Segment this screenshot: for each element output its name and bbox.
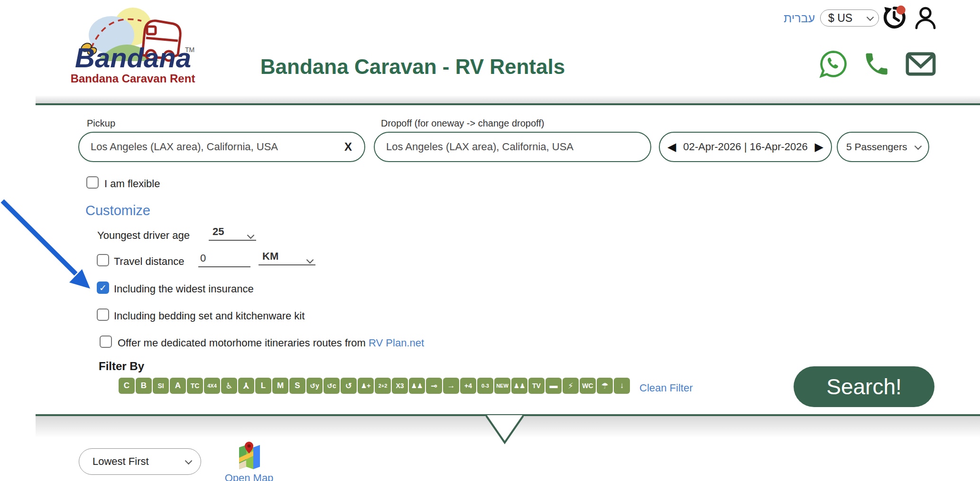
chevron-down-icon — [915, 142, 922, 150]
svg-text:Bandana: Bandana — [75, 42, 191, 73]
chevron-down-icon — [867, 13, 874, 21]
page: Bandana TM Bandana Caravan Rent Bandana … — [0, 0, 980, 481]
insurance-checkbox[interactable]: ✓ — [97, 281, 109, 294]
sort-value: Lowest First — [92, 455, 149, 468]
new-vehicle-icon[interactable]: NEW — [494, 378, 510, 394]
distance-unit-value: KM — [262, 250, 278, 263]
currency-select[interactable]: $ US — [820, 9, 879, 27]
wc-icon[interactable]: WC — [580, 378, 596, 394]
filter-icons-row: CBSIATC4X4♿⅄LMS↺y↺c↺♟+2+2X3♟♟⊸→+40-3NEW♟… — [119, 378, 630, 394]
wheelchair-accessible-icon[interactable]: ♿ — [221, 378, 237, 394]
filter-by-label: Filter By — [99, 360, 144, 373]
dropoff-label: Dropoff (for oneway -> change dropoff) — [381, 118, 544, 129]
divider-notch — [486, 414, 524, 445]
shower-icon[interactable]: ☂ — [597, 378, 613, 394]
four-wheel-drive-icon[interactable]: 4X4 — [204, 378, 220, 394]
driver-age-value: 25 — [213, 226, 224, 238]
flexible-checkbox[interactable] — [86, 176, 99, 189]
drop-bed-icon[interactable]: ↓ — [614, 378, 630, 394]
annotation-arrow-icon — [0, 197, 97, 294]
extra-driver-icon[interactable]: ♟+ — [358, 378, 374, 394]
map-icon — [236, 441, 262, 469]
family-plus-icon[interactable]: ♟♟ — [409, 378, 425, 394]
search-button[interactable]: Search! — [794, 366, 934, 407]
sort-select[interactable]: Lowest First — [79, 448, 201, 475]
pickup-label: Pickup — [87, 118, 115, 129]
itineraries-label: Offer me dedicated motorhome itineraries… — [118, 337, 424, 349]
van-size-medium-icon[interactable]: M — [272, 378, 288, 394]
van-size-large-icon[interactable]: L — [255, 378, 271, 394]
page-title: Bandana Caravan - RV Rentals — [199, 55, 626, 79]
passengers-value: 5 Passengers — [846, 141, 907, 153]
rotate-c-icon[interactable]: ↺c — [324, 378, 340, 394]
seats-2plus2-icon[interactable]: 2+2 — [375, 378, 391, 394]
tv-icon[interactable]: TV — [528, 378, 545, 394]
rotate-icon[interactable]: ↺ — [341, 378, 357, 394]
header-divider-line — [36, 103, 980, 105]
chevron-down-icon — [247, 232, 255, 239]
language-link[interactable]: עברית — [784, 11, 815, 25]
rv-class-si-icon[interactable]: SI — [153, 378, 169, 394]
logo-art: Bandana TM — [71, 2, 194, 73]
child-seat-0-3-icon[interactable]: 0-3 — [477, 378, 493, 394]
itineraries-text: Offer me dedicated motorhome itineraries… — [118, 337, 366, 349]
bed-icon[interactable]: ▬ — [545, 378, 562, 394]
rv-class-b-icon[interactable]: B — [136, 378, 152, 394]
pickup-input[interactable] — [91, 141, 342, 153]
logo-subtitle: Bandana Caravan Rent — [66, 72, 199, 85]
clean-filter-link[interactable]: Clean Filter — [639, 382, 693, 394]
rv-class-a-icon[interactable]: A — [170, 378, 186, 394]
van-size-small-icon[interactable]: S — [289, 378, 305, 394]
logo[interactable]: Bandana TM Bandana Caravan Rent — [66, 2, 199, 85]
automatic-transmission-icon[interactable]: ⅄ — [238, 378, 254, 394]
seats-x3-icon[interactable]: X3 — [392, 378, 408, 394]
header-divider-band — [36, 96, 980, 103]
travel-distance-label: Travel distance — [114, 255, 184, 268]
dropoff-field[interactable] — [374, 132, 651, 162]
user-icon[interactable] — [913, 5, 938, 32]
prev-dates-icon[interactable]: ◀ — [667, 141, 676, 153]
van-slideout-icon[interactable]: → — [443, 378, 459, 394]
date-range-value: 02-Apr-2026 | 16-Apr-2026 — [683, 141, 808, 153]
flexible-label: I am flexible — [104, 178, 160, 190]
driver-age-select[interactable]: 25 — [209, 226, 256, 241]
next-dates-icon[interactable]: ▶ — [815, 141, 823, 153]
date-range-picker[interactable]: ◀ 02-Apr-2026 | 16-Apr-2026 ▶ — [659, 132, 832, 162]
bedding-label: Including bedding set and kitchenware ki… — [114, 310, 305, 322]
power-icon[interactable]: ⚡ — [563, 378, 579, 394]
phone-icon[interactable] — [862, 50, 891, 80]
svg-text:TM: TM — [185, 46, 194, 54]
bedding-checkbox[interactable] — [97, 309, 109, 321]
chevron-down-icon — [306, 256, 314, 264]
travel-distance-checkbox[interactable] — [97, 254, 109, 266]
travel-distance-input[interactable]: 0 — [198, 252, 250, 267]
dropoff-input[interactable] — [386, 141, 640, 153]
itineraries-checkbox[interactable] — [100, 336, 112, 348]
passengers-select[interactable]: 5 Passengers — [837, 132, 929, 162]
tow-hitch-icon[interactable]: ⊸ — [426, 378, 442, 394]
contact-icons — [819, 49, 943, 81]
currency-value: $ US — [828, 12, 852, 25]
check-icon: ✓ — [99, 282, 107, 293]
rv-class-c-icon[interactable]: C — [119, 378, 135, 394]
rv-plan-link[interactable]: RV Plan.net — [369, 337, 424, 349]
pickup-field[interactable]: X — [78, 132, 365, 162]
open-map-label: Open Map — [216, 472, 282, 481]
mail-icon[interactable] — [905, 50, 936, 80]
two-people-icon[interactable]: ♟♟ — [511, 378, 527, 394]
clear-pickup-icon[interactable]: X — [342, 140, 354, 154]
van-plus4-icon[interactable]: +4 — [460, 378, 476, 394]
whatsapp-icon[interactable] — [819, 49, 848, 81]
insurance-label: Including the widest insurance — [114, 283, 254, 295]
driver-age-label: Youngest driver age — [97, 229, 190, 242]
chevron-down-icon — [185, 457, 193, 464]
history-icon[interactable] — [881, 5, 907, 32]
truck-camper-icon[interactable]: TC — [187, 378, 203, 394]
distance-unit-select[interactable]: KM — [259, 250, 315, 265]
rotate-y-icon[interactable]: ↺y — [306, 378, 323, 394]
open-map[interactable]: Open Map — [216, 441, 282, 481]
